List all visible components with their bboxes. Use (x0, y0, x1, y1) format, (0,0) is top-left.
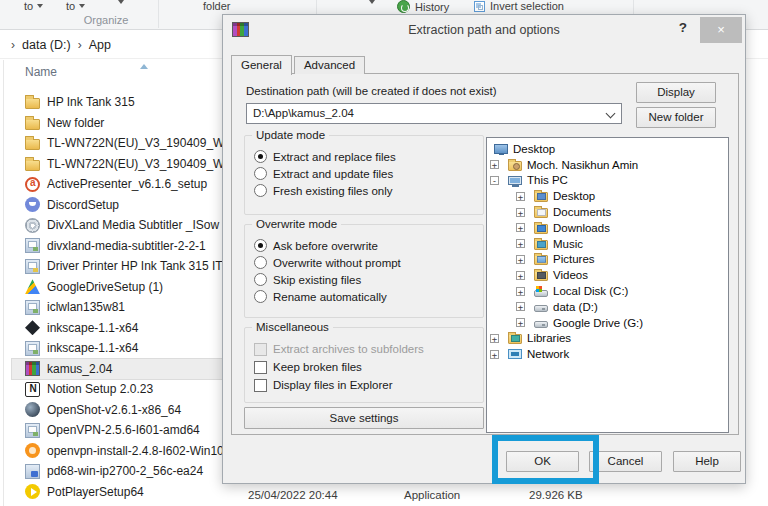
cancel-button[interactable]: Cancel (589, 451, 662, 472)
file-row[interactable]: TL-WN722N(EU)_V3_190409_Win8 (12, 133, 222, 154)
size-cell: 29.926 KB (529, 489, 583, 501)
file-row[interactable]: HP Ink Tank 315 (12, 92, 222, 113)
new-folder-button[interactable]: New folder (636, 107, 716, 128)
miscellaneous-checkbox-option[interactable]: Display files in Explorer (254, 376, 483, 394)
update-mode-radio-option[interactable]: Fresh existing files only (254, 182, 483, 199)
file-row[interactable]: OpenVPN-2.5.6-I601-amd64 (12, 420, 222, 441)
tree-expand-icon[interactable]: + (516, 302, 525, 311)
file-row[interactable]: Driver Printer HP Ink Tank 315 IT3 (12, 256, 222, 277)
breadcrumb-segment[interactable]: data (D:) (22, 38, 71, 52)
column-header-name[interactable]: Name (25, 65, 57, 79)
file-row[interactable]: DivXLand Media Subtitler _ISow (12, 215, 222, 236)
tree-expand-icon[interactable]: + (516, 318, 525, 327)
tree-expand-icon[interactable]: - (490, 176, 499, 185)
file-row[interactable]: DiscordSetup (12, 195, 222, 216)
file-row[interactable]: inkscape-1.1-x64 (12, 318, 222, 339)
tree-item[interactable]: + Desktop (487, 188, 728, 204)
type-cell: Application (404, 489, 460, 501)
tree-expand-icon[interactable]: + (516, 271, 525, 280)
copy-to-button[interactable]: to (66, 0, 85, 12)
file-row[interactable]: New folder (12, 113, 222, 134)
file-name: divxland-media-subtitler-2-2-1 (47, 239, 206, 253)
miscellaneous-group-label: Miscellaneous (252, 321, 333, 333)
dialog-tab[interactable]: General (231, 55, 292, 75)
miscellaneous-checkbox-option[interactable]: Keep broken files (254, 358, 483, 376)
file-row[interactable]: iclwlan135w81 (12, 297, 222, 318)
file-row[interactable]: pd68-win-ip2700-2_56c-ea24 (12, 461, 222, 482)
file-row[interactable]: kamus_2.04 (12, 359, 222, 380)
file-row[interactable]: ActivePresenter_v6.1.6_setup (12, 174, 222, 195)
overwrite-mode-radio-option[interactable]: Skip existing files (254, 271, 483, 288)
tree-item[interactable]: + Google Drive (G:) (487, 315, 728, 331)
tree-item-icon (508, 334, 522, 344)
history-button[interactable]: History (397, 0, 449, 13)
update-mode-radio-option[interactable]: Extract and replace files (254, 148, 483, 165)
file-icon (25, 279, 40, 294)
tree-item[interactable]: + Music (487, 236, 728, 252)
display-button[interactable]: Display (636, 82, 716, 103)
tree-item[interactable]: + Local Disk (C:) (487, 283, 728, 299)
tree-item[interactable]: + Documents (487, 204, 728, 220)
overwrite-mode-radio-option[interactable]: Overwrite without prompt (254, 254, 483, 271)
file-name: pd68-win-ip2700-2_56c-ea24 (47, 464, 203, 478)
tree-item[interactable]: + Libraries (487, 331, 728, 347)
tree-expand-icon[interactable]: + (516, 255, 525, 264)
sort-ascending-icon (140, 64, 148, 69)
radio-icon (254, 256, 267, 269)
new-folder-ribbon-button[interactable]: folder (203, 0, 231, 12)
update-mode-radio-option[interactable]: Extract and update files (254, 165, 483, 182)
tree-expand-icon[interactable]: + (490, 160, 499, 169)
invert-selection-icon (474, 1, 485, 12)
properties-dropdown-button[interactable] (365, 0, 375, 4)
tree-item[interactable]: + Network (487, 346, 728, 362)
close-icon[interactable]: × (700, 17, 742, 43)
tree-item[interactable]: + Moch. Nasikhun Amin (487, 157, 728, 173)
file-name: DiscordSetup (47, 198, 119, 212)
tree-item-icon (534, 255, 548, 265)
tree-item[interactable]: + Videos (487, 267, 728, 283)
file-row[interactable]: TL-WN722N(EU)_V3_190409_Win8 (12, 154, 222, 175)
dialog-tab[interactable]: Advanced (294, 56, 365, 74)
tree-item-label: Network (527, 348, 569, 360)
tree-expand-icon[interactable]: + (516, 192, 525, 201)
tree-expand-icon[interactable]: + (516, 287, 525, 296)
miscellaneous-checkbox-option[interactable]: Extract archives to subfolders (254, 340, 483, 358)
tree-item-icon (534, 208, 548, 218)
rename-dropdown-button[interactable] (114, 0, 124, 4)
tree-item[interactable]: + data (D:) (487, 299, 728, 315)
file-icon (25, 402, 40, 417)
save-settings-button[interactable]: Save settings (244, 407, 484, 429)
tree-expand-icon[interactable]: + (516, 208, 525, 217)
move-to-button[interactable]: to (24, 0, 43, 12)
invert-selection-button[interactable]: Invert selection (474, 0, 564, 12)
file-row[interactable]: openvpn-install-2.4.8-I602-Win10 (12, 441, 222, 462)
combobox-caret-icon[interactable] (606, 109, 616, 119)
help-icon[interactable]: ? (679, 20, 687, 35)
ribbon-separator (158, 0, 159, 28)
tree-expand-icon[interactable]: + (516, 223, 525, 232)
file-list: HP Ink Tank 315 New folder TL-WN722N(EU)… (12, 92, 222, 502)
overwrite-mode-radio-option[interactable]: Rename automatically (254, 288, 483, 305)
overwrite-mode-radio-option[interactable]: Ask before overwrite (254, 237, 483, 254)
tree-expand-icon[interactable]: + (490, 350, 499, 359)
dialog-tabs: General Advanced (231, 55, 367, 74)
radio-icon (254, 239, 267, 252)
tree-item[interactable]: Desktop (487, 141, 728, 157)
file-row[interactable]: divxland-media-subtitler-2-2-1 (12, 236, 222, 257)
breadcrumb-separator-icon: › (78, 38, 82, 52)
destination-path-combobox[interactable]: D:\App\kamus_2.04 (246, 103, 622, 124)
breadcrumb-segment[interactable]: App (89, 38, 111, 52)
file-row[interactable]: OpenShot-v2.6.1-x86_64 (12, 400, 222, 421)
tree-expand-icon[interactable]: + (490, 334, 499, 343)
tree-item[interactable]: + Downloads (487, 220, 728, 236)
tree-item[interactable]: + Pictures (487, 252, 728, 268)
file-name: GoogleDriveSetup (1) (47, 280, 163, 294)
folder-tree: Desktop + Moch. Nasikhun Amin - This PC (486, 137, 729, 433)
file-row[interactable]: Notion Setup 2.0.23 (12, 379, 222, 400)
file-row[interactable]: GoogleDriveSetup (1) (12, 277, 222, 298)
tree-expand-icon[interactable]: + (516, 239, 525, 248)
help-button[interactable]: Help (673, 451, 741, 472)
tree-item[interactable]: - This PC (487, 173, 728, 189)
radio-icon (254, 184, 267, 197)
file-row[interactable]: inkscape-1.1-x64 (12, 338, 222, 359)
